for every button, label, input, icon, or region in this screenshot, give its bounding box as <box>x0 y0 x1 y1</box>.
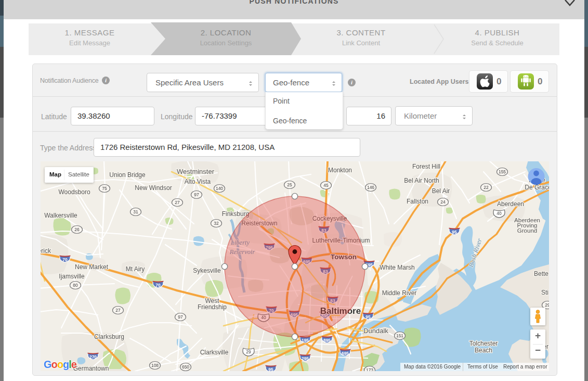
svg-text:95: 95 <box>452 230 457 235</box>
svg-text:155: 155 <box>499 169 506 174</box>
svg-text:De Grace: De Grace <box>525 184 549 191</box>
svg-text:29: 29 <box>246 349 251 354</box>
svg-text:151: 151 <box>396 333 403 338</box>
svg-text:Union Bridge: Union Bridge <box>109 171 146 179</box>
svg-text:New Market: New Market <box>75 263 109 271</box>
svg-text:Sykesville: Sykesville <box>193 267 221 274</box>
svg-text:70: 70 <box>155 283 161 288</box>
svg-text:Bel Air: Bel Air <box>432 187 450 195</box>
svg-text:32: 32 <box>214 221 219 226</box>
svg-text:295: 295 <box>302 356 309 361</box>
svg-text:Beach: Beach <box>475 347 492 354</box>
svg-text:650: 650 <box>182 364 189 370</box>
svg-text:895: 895 <box>323 338 331 343</box>
svg-text:95: 95 <box>365 314 371 320</box>
svg-text:146: 146 <box>367 185 374 190</box>
svg-text:Frederick: Frederick <box>41 247 51 255</box>
svg-text:40: 40 <box>496 211 502 216</box>
svg-text:Ground: Ground <box>517 227 537 234</box>
svg-text:Ijamsville: Ijamsville <box>59 273 85 280</box>
svg-text:Bette: Bette <box>534 270 548 277</box>
svg-text:70: 70 <box>62 257 68 262</box>
svg-text:Friendship: Friendship <box>198 303 227 311</box>
svg-text:195: 195 <box>302 338 309 343</box>
svg-text:Forest Hill: Forest Hill <box>412 163 440 170</box>
svg-text:27: 27 <box>175 200 180 205</box>
svg-text:45: 45 <box>323 183 329 188</box>
svg-text:26: 26 <box>74 227 80 232</box>
svg-text:Monkton: Monkton <box>328 167 352 174</box>
svg-text:75: 75 <box>102 186 107 191</box>
svg-text:270: 270 <box>89 354 97 360</box>
svg-text:95: 95 <box>268 367 273 371</box>
svg-text:22: 22 <box>484 185 489 190</box>
svg-text:27: 27 <box>115 308 121 313</box>
svg-text:Dundalk: Dundalk <box>363 327 388 335</box>
svg-text:695: 695 <box>342 351 349 356</box>
svg-text:25: 25 <box>287 182 292 187</box>
svg-text:80: 80 <box>73 283 78 288</box>
svg-text:Clarksville: Clarksville <box>200 349 229 356</box>
svg-text:Walkersville: Walkersville <box>44 212 77 219</box>
svg-text:29: 29 <box>545 302 549 308</box>
svg-text:White Marsh: White Marsh <box>380 264 414 271</box>
svg-text:Woodsboro: Woodsboro <box>58 188 90 196</box>
svg-text:173: 173 <box>366 367 373 371</box>
svg-text:Bel Air North: Bel Air North <box>404 177 439 184</box>
svg-text:Middle River: Middle River <box>382 289 417 297</box>
svg-text:Germantown: Germantown <box>73 365 109 371</box>
svg-text:Sti: Sti <box>541 289 548 296</box>
svg-text:97: 97 <box>194 192 199 197</box>
svg-text:140: 140 <box>216 186 223 191</box>
svg-text:31: 31 <box>133 209 138 214</box>
svg-text:Westminster: Westminster <box>177 168 215 175</box>
svg-text:Mt Airy: Mt Airy <box>126 265 145 273</box>
svg-text:Fallston: Fallston <box>407 198 428 205</box>
svg-text:Aberdeen: Aberdeen <box>497 200 524 208</box>
svg-text:Clarksburg: Clarksburg <box>94 333 124 340</box>
svg-text:108: 108 <box>151 363 159 368</box>
svg-text:Tolchester: Tolchester <box>469 340 498 347</box>
svg-text:24: 24 <box>440 199 446 205</box>
svg-text:97: 97 <box>178 314 183 320</box>
svg-text:New Windsor: New Windsor <box>135 184 172 192</box>
svg-text:Alto Vista: Alto Vista <box>185 178 211 185</box>
